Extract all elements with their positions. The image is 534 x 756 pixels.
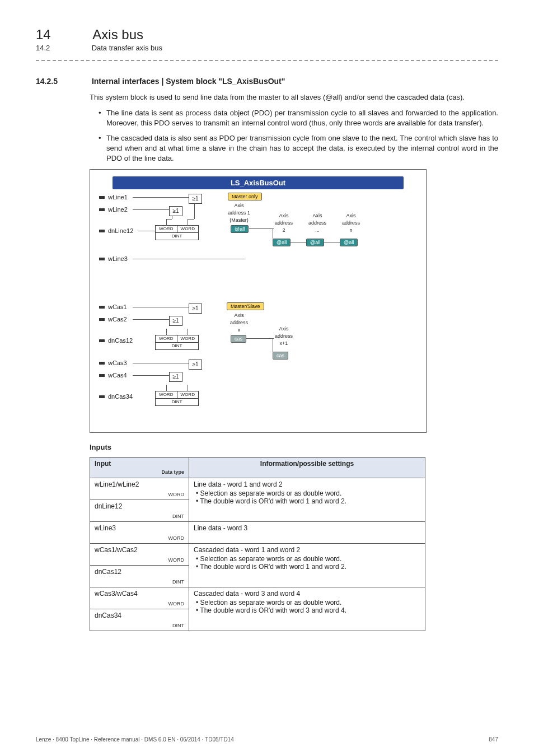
section-heading: 14.2.5 Internal interfaces | System bloc… bbox=[36, 77, 498, 86]
section-intro: This system block is used to send line d… bbox=[90, 92, 498, 102]
table-header-info: Information/possible settings bbox=[189, 458, 425, 478]
at-all-tag: @all bbox=[306, 239, 324, 246]
table-row: wCas3/wCas4 WORD Cascaded data - word 3 … bbox=[90, 587, 425, 609]
or-gate-icon: ≥1 bbox=[189, 194, 202, 204]
axis-col: Axis address x+1 bbox=[270, 326, 298, 348]
axis-col: Axis address ... bbox=[303, 213, 331, 235]
port-wline3: wLine3 bbox=[99, 255, 128, 262]
or-gate-icon: ≥1 bbox=[169, 206, 182, 216]
section-divider bbox=[36, 60, 498, 61]
at-all-tag: @all bbox=[340, 239, 358, 246]
port-wcas2: wCas2 bbox=[99, 316, 127, 323]
diagram-title: LS_AxisBusOut bbox=[113, 176, 404, 189]
or-gate-icon: ≥1 bbox=[169, 316, 182, 326]
chapter-title: Axis bus bbox=[92, 27, 143, 42]
or-gate-icon: ≥1 bbox=[189, 360, 202, 370]
axis-col: Axis address x bbox=[225, 312, 253, 334]
axis-col: Axis address 2 bbox=[270, 213, 298, 235]
diagram-line-cluster: wLine1 wLine2 dnLine12 wLine3 ≥1 ≥1 WORD… bbox=[99, 194, 417, 300]
table-row: wLine1/wLine2 WORD Line data - word 1 an… bbox=[90, 478, 425, 500]
subchapter-title: Data transfer axis bus bbox=[92, 44, 162, 52]
cas-tag: cas bbox=[231, 335, 246, 343]
section-title: Internal interfaces | System block "LS_A… bbox=[92, 77, 285, 86]
port-wcas4: wCas4 bbox=[99, 372, 127, 379]
dint-word-split-icon: WORDWORD DINT bbox=[155, 391, 199, 406]
subchapter-number: 14.2 bbox=[36, 44, 90, 52]
section-bullets: The line data is sent as process data ob… bbox=[99, 108, 498, 164]
table-row: wCas1/wCas2 WORD Cascaded data - word 1 … bbox=[90, 544, 425, 566]
diagram-cas-cluster: wCas1 wCas2 dnCas12 wCas3 wCas4 dnCas34 … bbox=[99, 304, 417, 421]
table-row: wLine3 WORD Line data - word 3 bbox=[90, 522, 425, 544]
axis-col: Axis address n bbox=[337, 213, 365, 235]
bullet-item: The cascaded data is also sent as PDO pe… bbox=[99, 133, 498, 164]
cas-tag: cas bbox=[273, 352, 288, 360]
at-all-tag: @all bbox=[273, 239, 291, 246]
port-dncas34: dnCas34 bbox=[99, 393, 133, 400]
port-dncas12: dnCas12 bbox=[99, 337, 133, 344]
at-all-tag: @all bbox=[231, 225, 249, 233]
subchapter-heading: 14.2 Data transfer axis bus bbox=[36, 44, 498, 52]
inputs-table: Input Data type Information/possible set… bbox=[90, 457, 425, 631]
system-block-diagram: LS_AxisBusOut wLine1 wLine2 dnLine12 wLi… bbox=[90, 169, 427, 433]
port-wcas3: wCas3 bbox=[99, 360, 127, 366]
port-wline2: wLine2 bbox=[99, 206, 128, 213]
port-dnline12: dnLine12 bbox=[99, 227, 133, 234]
port-wline1: wLine1 bbox=[99, 194, 128, 200]
dint-word-split-icon: WORDWORD DINT bbox=[155, 335, 199, 350]
table-header-input: Input Data type bbox=[90, 458, 189, 478]
or-gate-icon: ≥1 bbox=[189, 304, 202, 314]
section-number: 14.2.5 bbox=[36, 77, 90, 86]
dint-word-split-icon: WORDWORD DINT bbox=[155, 225, 199, 240]
axis-col: Axis address 1 (Master) bbox=[225, 203, 253, 225]
inputs-heading: Inputs bbox=[90, 443, 498, 451]
chapter-heading: 14 Axis bus bbox=[36, 27, 498, 43]
bullet-item: The line data is sent as process data ob… bbox=[99, 108, 498, 128]
master-only-tag: Master only bbox=[228, 193, 262, 200]
chapter-number: 14 bbox=[36, 27, 90, 43]
port-wcas1: wCas1 bbox=[99, 304, 127, 310]
master-slave-tag: Master/Slave bbox=[227, 302, 264, 310]
or-gate-icon: ≥1 bbox=[169, 372, 182, 382]
